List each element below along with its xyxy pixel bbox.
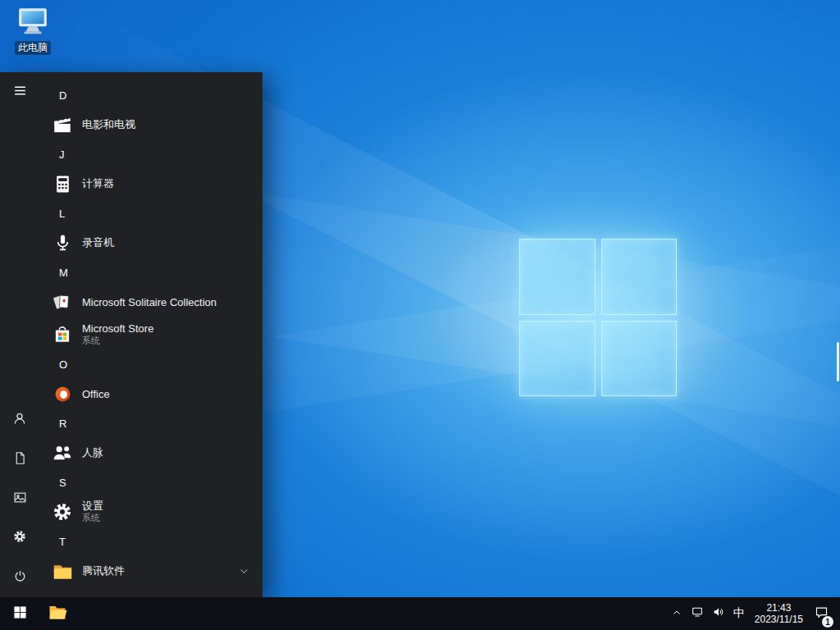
app-item-solitaire[interactable]: Microsoft Solitaire Collection	[39, 285, 262, 318]
folder-icon	[49, 558, 75, 584]
start-menu: D 电影和电视 J	[0, 72, 262, 597]
app-item-office[interactable]: Office	[39, 377, 262, 410]
taskbar: 中 21:43 2023/11/15 1	[0, 597, 840, 630]
letter-group-d[interactable]: D	[39, 82, 262, 108]
solitaire-icon	[49, 289, 75, 315]
windows-logo-icon	[13, 605, 27, 623]
logo-pane	[601, 321, 678, 397]
store-icon	[49, 322, 75, 348]
network-icon	[691, 605, 704, 622]
letter-group-r[interactable]: R	[39, 410, 262, 436]
clock-time: 21:43	[755, 602, 803, 614]
hamburger-icon	[13, 84, 27, 101]
action-center-button[interactable]: 1	[809, 597, 833, 630]
volume-tray-button[interactable]	[708, 597, 729, 630]
voice-recorder-icon	[49, 230, 75, 256]
pictures-icon	[13, 491, 27, 508]
this-pc-label: 此电脑	[15, 41, 51, 55]
logo-pane	[519, 321, 596, 397]
app-item-microsoft-store[interactable]: Microsoft Store 系统	[39, 318, 262, 351]
power-icon	[13, 569, 27, 587]
app-item-settings[interactable]: 设置 系统	[39, 495, 262, 528]
user-icon	[12, 411, 27, 429]
edge-scrollbar-thumb[interactable]	[837, 342, 839, 381]
document-icon	[13, 451, 27, 468]
this-pc-desktop-icon[interactable]: 此电脑	[7, 7, 59, 55]
chevron-up-icon	[672, 606, 682, 621]
system-tray: 中 21:43 2023/11/15 1	[667, 597, 840, 630]
letter-group-o[interactable]: O	[39, 351, 262, 377]
app-item-calculator[interactable]: 计算器	[39, 167, 262, 200]
letter-group-j[interactable]: J	[39, 141, 262, 167]
file-explorer-taskbar-button[interactable]	[39, 597, 75, 630]
start-menu-rail	[0, 72, 39, 597]
logo-pane	[519, 239, 596, 315]
power-button[interactable]	[0, 558, 39, 597]
this-pc-icon	[16, 7, 49, 39]
file-explorer-icon	[48, 602, 67, 625]
app-sublabel: 系统	[82, 512, 103, 524]
input-method-indicator[interactable]: 中	[729, 597, 749, 630]
start-button[interactable]	[0, 597, 39, 630]
chevron-down-icon[interactable]	[239, 566, 249, 577]
app-sublabel: 系统	[82, 335, 153, 347]
letter-group-t[interactable]: T	[39, 528, 262, 555]
app-item-people[interactable]: 人脉	[39, 436, 262, 469]
app-item-movies-tv[interactable]: 电影和电视	[39, 108, 262, 141]
office-icon	[49, 381, 75, 407]
network-tray-button[interactable]	[687, 597, 708, 630]
settings-gear-icon	[49, 499, 75, 525]
app-item-voice-recorder[interactable]: 录音机	[39, 226, 262, 259]
gear-icon	[12, 529, 27, 547]
letter-group-l[interactable]: L	[39, 200, 262, 226]
letter-group-s[interactable]: S	[39, 469, 262, 495]
movies-tv-icon	[49, 112, 75, 138]
speaker-icon	[712, 605, 725, 622]
letter-group-w[interactable]: W	[39, 587, 262, 597]
windows-wallpaper-logo	[519, 239, 677, 396]
clock-date: 2023/11/15	[755, 614, 803, 625]
user-account-button[interactable]	[0, 400, 39, 440]
documents-button[interactable]	[0, 440, 39, 479]
letter-group-m[interactable]: M	[39, 259, 262, 285]
tray-overflow-button[interactable]	[667, 597, 687, 630]
pictures-button[interactable]	[0, 479, 39, 518]
start-menu-app-list: D 电影和电视 J	[39, 72, 262, 597]
app-item-tencent-folder[interactable]: 腾讯软件	[39, 555, 262, 587]
settings-rail-button[interactable]	[0, 518, 39, 558]
logo-pane	[601, 239, 678, 315]
taskbar-clock[interactable]: 21:43 2023/11/15	[749, 602, 809, 625]
people-icon	[49, 440, 75, 466]
calculator-icon	[49, 171, 75, 197]
notification-badge: 1	[822, 616, 833, 628]
start-menu-expand-button[interactable]	[0, 72, 39, 112]
